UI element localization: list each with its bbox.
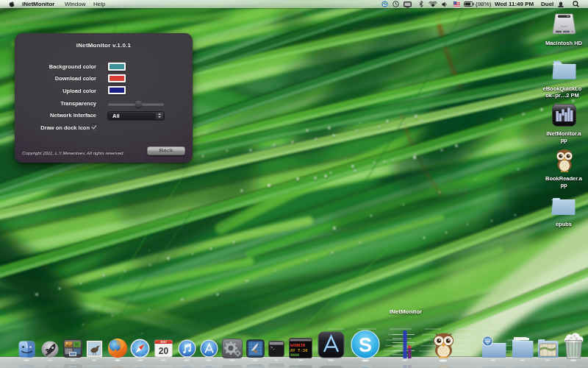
svg-text:WARNIN: WARNIN bbox=[290, 343, 305, 348]
svg-text:S: S bbox=[359, 334, 372, 356]
svg-text:20: 20 bbox=[159, 346, 169, 356]
svg-text:AY 7:36: AY 7:36 bbox=[290, 348, 308, 353]
svg-text:JULY: JULY bbox=[160, 341, 167, 344]
svg-text:>_: >_ bbox=[270, 346, 276, 350]
